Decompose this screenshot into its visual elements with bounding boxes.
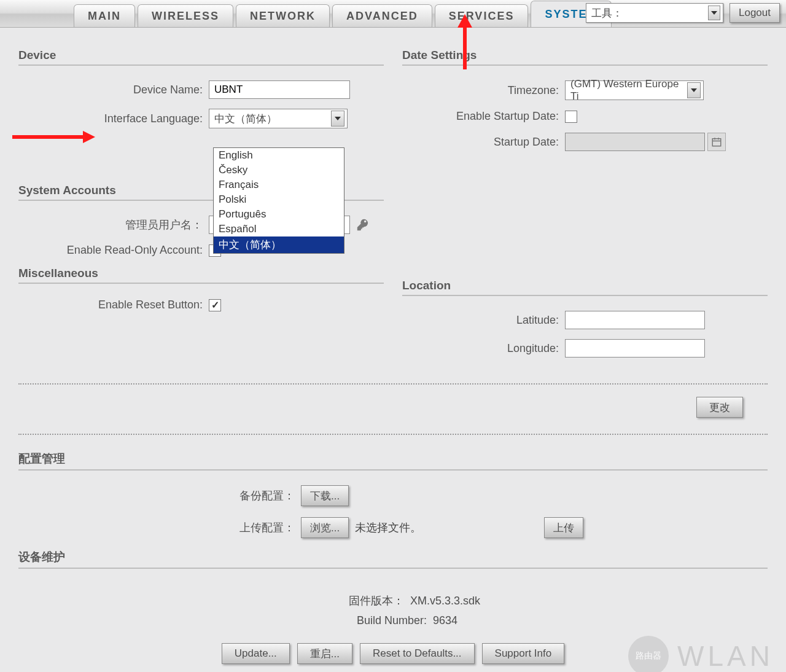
section-heading-miscellaneous: Miscellaneous [18, 267, 384, 284]
build-number-value: 9634 [433, 614, 457, 627]
tab-network[interactable]: NETWORK [236, 4, 330, 27]
logout-button[interactable]: Logout [730, 3, 780, 23]
longitude-input[interactable] [565, 339, 705, 357]
latitude-input[interactable] [565, 311, 705, 329]
section-heading-config-management: 配置管理 [18, 451, 768, 471]
svg-rect-0 [712, 139, 721, 146]
annotation-arrow-language [12, 131, 95, 143]
download-button[interactable]: 下载... [301, 485, 349, 506]
lang-option-francais[interactable]: Français [214, 178, 344, 192]
chevron-down-icon [331, 111, 344, 127]
chevron-down-icon [687, 82, 701, 98]
reset-defaults-button[interactable]: Reset to Defaults... [360, 643, 475, 664]
section-heading-device-maintenance: 设备维护 [18, 549, 768, 569]
backup-config-label: 备份配置： [154, 488, 301, 503]
latitude-label: Latitude: [402, 314, 565, 327]
lang-option-portugues[interactable]: Português [214, 207, 344, 222]
no-file-selected-text: 未选择文件。 [355, 520, 421, 535]
tab-wireless[interactable]: WIRELESS [138, 4, 233, 27]
support-info-button[interactable]: Support Info [482, 643, 565, 664]
chevron-down-icon [708, 6, 720, 20]
lang-option-espanol[interactable]: Español [214, 222, 344, 236]
reboot-button[interactable]: 重启... [297, 643, 352, 664]
tab-strip: MAIN WIRELESS NETWORK ADVANCED SERVICES … [74, 1, 614, 27]
update-button[interactable]: Update... [222, 643, 290, 664]
tab-advanced[interactable]: ADVANCED [332, 4, 432, 27]
enable-reset-button-checkbox[interactable] [209, 299, 221, 311]
interface-language-select[interactable]: 中文（简体） [209, 109, 348, 128]
timezone-value: (GMT) Western Europe Ti [570, 78, 687, 103]
enable-startup-date-checkbox[interactable] [565, 111, 577, 123]
tools-dropdown-label: 工具： [591, 6, 623, 20]
enable-startup-date-label: Enable Startup Date: [402, 110, 565, 123]
lang-option-chinese-simplified[interactable]: 中文（简体） [214, 236, 344, 253]
longitude-label: Longitude: [402, 342, 565, 355]
tab-main[interactable]: MAIN [74, 4, 135, 27]
key-icon[interactable] [356, 218, 370, 232]
browse-button[interactable]: 浏览... [301, 517, 349, 538]
firmware-version-value: XM.v5.3.3.sdk [410, 595, 480, 608]
admin-username-label: 管理员用户名： [18, 217, 209, 232]
startup-date-label: Startup Date: [402, 136, 565, 149]
separator [18, 434, 768, 435]
timezone-label: Timezone: [402, 84, 565, 97]
upload-config-label: 上传配置： [154, 520, 301, 535]
upload-button[interactable]: 上传 [544, 517, 583, 538]
tools-dropdown[interactable]: 工具： [586, 3, 723, 23]
lang-option-cesky[interactable]: Česky [214, 163, 344, 178]
top-nav-bar: MAIN WIRELESS NETWORK ADVANCED SERVICES … [0, 0, 786, 28]
calendar-icon[interactable] [707, 133, 726, 151]
section-heading-location: Location [402, 279, 768, 296]
lang-option-polski[interactable]: Polski [214, 192, 344, 207]
timezone-select[interactable]: (GMT) Western Europe Ti [565, 80, 704, 100]
enable-readonly-label: Enable Read-Only Account: [18, 244, 209, 257]
language-dropdown-list[interactable]: English Česky Français Polski Português … [213, 147, 344, 254]
build-number-label: Build Number: [329, 614, 427, 627]
change-button[interactable]: 更改 [696, 397, 743, 418]
enable-reset-button-label: Enable Reset Button: [18, 299, 209, 311]
lang-option-english[interactable]: English [214, 148, 344, 163]
tab-services[interactable]: SERVICES [435, 4, 529, 27]
firmware-version-label: 固件版本： [306, 593, 404, 608]
startup-date-input [565, 133, 705, 151]
device-name-input[interactable] [209, 80, 350, 99]
device-name-label: Device Name: [18, 84, 209, 96]
annotation-arrow-system-tab [457, 14, 472, 69]
interface-language-label: Interface Language: [18, 112, 209, 125]
section-heading-device: Device [18, 49, 384, 66]
interface-language-value: 中文（简体） [214, 112, 277, 126]
separator [18, 383, 768, 385]
